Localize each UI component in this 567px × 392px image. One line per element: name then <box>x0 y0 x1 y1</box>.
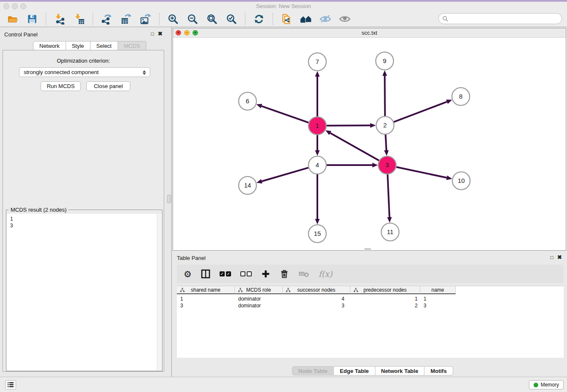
zoom-fit-button[interactable] <box>204 12 220 26</box>
export-image-button[interactable] <box>137 12 154 26</box>
tab-motifs[interactable]: Motifs <box>424 366 453 375</box>
cell-shared-name: 3 <box>177 302 235 309</box>
splitter-handle[interactable] <box>167 195 171 203</box>
graph-node-label: 1 <box>316 122 319 129</box>
result-scrollbar[interactable] <box>157 214 162 370</box>
tab-network-table[interactable]: Network Table <box>375 366 425 375</box>
clone-network-icon <box>281 14 292 25</box>
task-history-button[interactable] <box>5 380 16 389</box>
mcds-result-title: MCDS result (2 nodes) <box>9 207 68 213</box>
edge-1-2[interactable] <box>327 125 370 126</box>
panel-divider <box>171 27 172 377</box>
graph-node-label: 10 <box>458 177 465 184</box>
edge-3-11[interactable] <box>388 174 389 217</box>
tab-mcds[interactable]: MCDS <box>118 41 146 50</box>
node-table: shared name MCDS role successor nodes pr… <box>177 286 564 358</box>
table-row[interactable]: 3 dominator 3 2 3 <box>177 302 456 309</box>
zoom-in-button[interactable] <box>165 12 182 26</box>
table-tabs: Node Table Edge Table Network Table Moti… <box>292 366 453 375</box>
float-panel-icon[interactable]: □ <box>151 31 154 36</box>
export-table-icon <box>121 14 132 25</box>
import-network-button[interactable] <box>51 12 68 26</box>
tab-style[interactable]: Style <box>66 41 91 50</box>
cell-successor-nodes: 4 <box>283 295 350 302</box>
run-mcds-button[interactable]: Run MCDS <box>41 81 81 91</box>
control-panel-tabs: Network Style Select MCDS <box>33 41 146 50</box>
cell-predecessor-nodes: 2 <box>350 302 420 309</box>
control-panel: Control Panel □ ✖ Network Style Select M… <box>0 27 167 377</box>
edge-3-1[interactable] <box>330 133 379 160</box>
open-session-button[interactable] <box>4 12 21 26</box>
open-folder-icon <box>7 14 18 25</box>
network-view-window: ✕ − + scc.txt 1234678910111415 <box>173 28 566 251</box>
select-all-icon[interactable]: ✓✓ <box>220 271 231 276</box>
column-header-shared-name[interactable]: shared name <box>177 286 235 294</box>
cell-name: 3 <box>420 302 456 309</box>
zoom-fit-icon <box>206 14 217 25</box>
column-header-predecessor-nodes[interactable]: predecessor nodes <box>350 286 420 294</box>
show-selected-button[interactable] <box>336 12 353 26</box>
tab-node-table[interactable]: Node Table <box>292 366 334 375</box>
cell-predecessor-nodes: 1 <box>350 295 420 302</box>
export-table-button[interactable] <box>118 12 135 26</box>
refresh-view-button[interactable] <box>250 12 267 26</box>
toolbar-separator <box>245 13 245 25</box>
network-resize-handle[interactable] <box>364 248 371 250</box>
column-header-successor-nodes[interactable]: successor nodes <box>283 286 350 294</box>
column-header-mcds-role[interactable]: MCDS role <box>235 286 283 294</box>
network-window-titlebar[interactable]: ✕ − + scc.txt <box>173 28 566 38</box>
memory-button[interactable]: Memory <box>529 380 564 389</box>
delete-table-icon[interactable] <box>298 270 309 278</box>
table-toolbar: ⚙ ✓✓ <box>177 265 564 283</box>
column-header-name[interactable]: name <box>420 286 456 294</box>
export-network-icon <box>101 14 112 25</box>
edge-2-3[interactable] <box>385 135 386 150</box>
optimization-criterion-value: strongly connected component <box>24 69 99 75</box>
zoom-selected-icon <box>226 14 237 25</box>
close-panel-button[interactable]: Close panel <box>86 81 130 91</box>
delete-row-icon[interactable] <box>280 269 289 279</box>
import-table-button[interactable] <box>71 12 88 26</box>
tab-network[interactable]: Network <box>33 41 66 50</box>
app-titlebar: Session: New Session <box>0 2 567 11</box>
network-canvas[interactable]: 1234678910111415 <box>173 38 566 250</box>
edge-arrowhead <box>383 70 387 76</box>
edge-2-8[interactable] <box>394 102 447 122</box>
list-icon <box>7 382 14 388</box>
close-panel-icon[interactable]: ✖ <box>158 31 162 36</box>
edge-arrowhead <box>315 150 320 156</box>
add-row-icon[interactable] <box>261 269 270 279</box>
column-layout-icon[interactable] <box>201 269 210 279</box>
edge-arrowhead <box>446 99 452 104</box>
show-all-nodes-button[interactable] <box>297 12 314 26</box>
tab-select[interactable]: Select <box>91 41 118 50</box>
zoom-out-button[interactable] <box>184 12 201 26</box>
tab-edge-table[interactable]: Edge Table <box>334 366 375 375</box>
close-panel-icon[interactable]: ✖ <box>557 254 562 260</box>
graph-node-label: 14 <box>244 182 251 189</box>
optimization-criterion-select[interactable]: strongly connected component <box>19 67 150 77</box>
houses-icon <box>300 14 312 25</box>
table-row[interactable]: 1 dominator 4 1 1 <box>177 295 456 302</box>
clone-network-button[interactable] <box>278 12 295 26</box>
search-input[interactable] <box>438 13 562 24</box>
apply-function-icon[interactable]: f(x) <box>319 269 333 279</box>
memory-status-icon <box>534 383 538 387</box>
edge-4-14[interactable] <box>262 168 308 181</box>
cell-shared-name: 1 <box>177 295 235 302</box>
float-panel-icon[interactable]: □ <box>550 255 553 260</box>
zoom-selected-button[interactable] <box>223 12 240 26</box>
memory-label: Memory <box>541 382 559 388</box>
hide-selected-button[interactable] <box>317 12 334 26</box>
graph-node-label: 3 <box>385 161 389 168</box>
edge-3-10[interactable] <box>396 167 447 178</box>
mcds-result-list[interactable]: 1 3 <box>7 214 162 370</box>
export-network-button[interactable] <box>98 12 115 26</box>
table-settings-icon[interactable]: ⚙ <box>184 270 192 279</box>
optimization-criterion-label: Optimization criterion: <box>3 58 164 64</box>
deselect-all-icon[interactable] <box>240 271 252 276</box>
edge-1-6[interactable] <box>261 106 308 123</box>
table-panel: Table Panel □ ✖ ⚙ ✓✓ <box>173 251 567 377</box>
edge-2-9[interactable] <box>385 76 385 116</box>
save-session-button[interactable] <box>24 12 41 26</box>
